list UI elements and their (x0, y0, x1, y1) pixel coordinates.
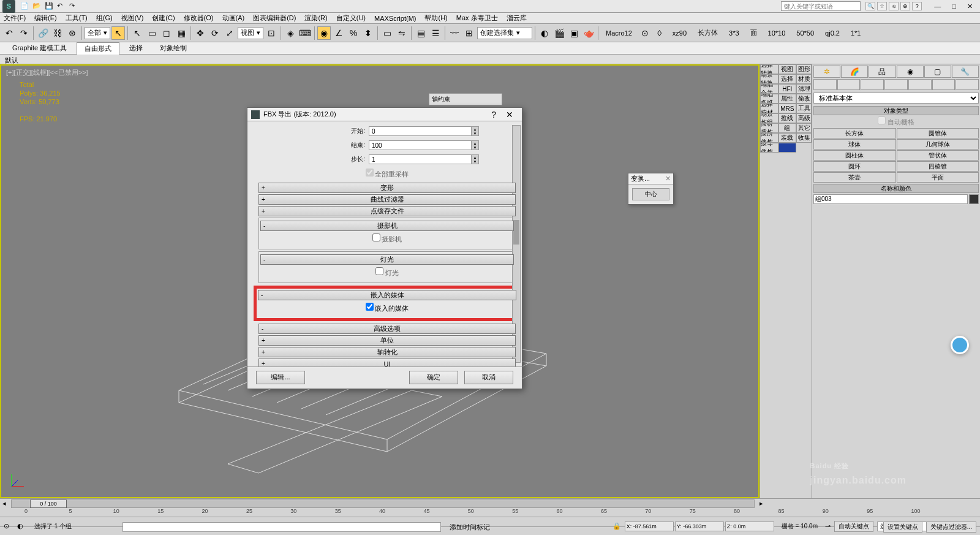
time-handle[interactable]: 0 / 100 (30, 499, 67, 508)
select-name-icon[interactable]: ▭ (145, 26, 159, 40)
fav-icon[interactable]: ☆ (877, 2, 887, 10)
search-icon[interactable]: 🔍 (865, 2, 875, 10)
manipulate-icon[interactable]: ◈ (284, 26, 297, 40)
render-frame-icon[interactable]: ▣ (567, 26, 581, 40)
tool-icon-1[interactable]: ⊙ (638, 26, 652, 40)
new-icon[interactable]: 📄 (20, 2, 29, 10)
link-icon[interactable]: ⎋ (889, 2, 899, 10)
named-selection-combo[interactable]: 创建选择集 ▾ (477, 27, 532, 39)
coord-y[interactable]: Y: -66.303m (675, 522, 724, 531)
roll-point-cache[interactable]: +点缓存文件 (258, 206, 516, 216)
sc-btn[interactable]: 属性 (778, 94, 797, 104)
snap-icon[interactable]: ◉ (317, 26, 331, 40)
close-icon[interactable]: ✕ (501, 110, 518, 120)
sub-geometry-icon[interactable] (813, 79, 837, 90)
sub-space-icon[interactable] (932, 79, 956, 90)
menu-tools[interactable]: 工具(T) (66, 13, 88, 23)
percent-snap-icon[interactable]: % (347, 26, 360, 40)
mirror-icon[interactable]: ⇋ (395, 26, 409, 40)
prim-plane[interactable]: 平面 (897, 172, 979, 183)
ref-coord-combo[interactable]: 视图 ▾ (238, 27, 263, 39)
unlink-icon[interactable]: ⛓ (51, 26, 64, 40)
sc-btn[interactable]: 选择 (778, 74, 797, 84)
help-search-input[interactable] (781, 1, 861, 11)
coord-x[interactable]: X: -87.561m (625, 522, 674, 531)
menu-graph[interactable]: 图表编辑器(D) (253, 13, 296, 23)
roll-ui[interactable]: +UI (258, 359, 516, 366)
minimize-button[interactable]: — (934, 2, 941, 10)
save-icon[interactable]: 💾 (45, 2, 53, 10)
sc-btn[interactable] (778, 143, 797, 153)
redo-icon[interactable]: ↷ (69, 2, 78, 10)
angle-snap-icon[interactable]: ∠ (332, 26, 345, 40)
redo-icon[interactable]: ↷ (17, 26, 31, 40)
schematic-icon[interactable]: ⊞ (462, 26, 476, 40)
tab-selection[interactable]: 选择 (122, 42, 150, 54)
move-icon[interactable]: ✥ (194, 26, 207, 40)
cameras-check[interactable] (372, 233, 380, 241)
prim-geosphere[interactable]: 几何球体 (897, 139, 979, 150)
selection-filter-combo[interactable]: 全部 ▾ (85, 27, 110, 39)
box-button[interactable]: 长方体 (693, 27, 723, 39)
open-icon[interactable]: 📂 (32, 2, 41, 10)
rotate-icon[interactable]: ⟳ (208, 26, 222, 40)
sc2-btn[interactable]: 图形 (796, 64, 812, 74)
menu-view[interactable]: 视图(V) (121, 13, 144, 23)
sc2-btn[interactable]: 其它 (796, 123, 812, 133)
axis-constraint-toolbar[interactable]: 轴约束 (429, 93, 502, 105)
sc-btn[interactable]: 场景转换 (760, 74, 778, 84)
world-icon[interactable]: ⊕ (900, 2, 910, 10)
menu-cloud[interactable]: 溜云库 (507, 13, 527, 23)
help-icon[interactable]: ? (486, 110, 501, 120)
menu-file[interactable]: 文件(F) (4, 13, 26, 23)
menu-animation[interactable]: 动画(A) (222, 13, 245, 23)
sc-btn[interactable]: 装载 (778, 133, 797, 143)
ok-button[interactable]: 确定 (409, 371, 458, 384)
setkey-button[interactable]: 设置关键点 (883, 522, 922, 533)
floating-action-button[interactable] (951, 336, 969, 354)
sc2-btn[interactable]: 材质 (796, 74, 812, 84)
prim-tube[interactable]: 管状体 (897, 150, 979, 161)
sc-btn[interactable]: 塌陷多维 (760, 94, 778, 104)
spin-down-icon[interactable]: ▼ (471, 159, 478, 164)
sc-btn[interactable]: MRS (778, 104, 797, 113)
cmd-tab-modify[interactable]: 🌈 (841, 66, 868, 78)
help-icon[interactable]: ? (912, 2, 922, 10)
menu-create[interactable]: 创建(C) (152, 13, 175, 23)
cmd-tab-create[interactable]: ✲ (813, 66, 840, 78)
cmd-tab-hierarchy[interactable]: 品 (869, 66, 895, 78)
material-icon[interactable]: ◐ (538, 26, 551, 40)
bind-icon[interactable]: ⊛ (66, 26, 79, 40)
embed-media-check[interactable] (366, 303, 374, 311)
app-logo[interactable]: S (2, 0, 15, 13)
pivot-icon[interactable]: ⊡ (265, 26, 278, 40)
roll-axis[interactable]: +轴转化 (258, 347, 516, 357)
rollout-name-color[interactable]: 名称和颜色 (813, 184, 979, 193)
prim-torus[interactable]: 圆环 (813, 161, 896, 172)
menu-help[interactable]: 帮助(H) (424, 13, 447, 23)
face-button[interactable]: 面 (745, 27, 762, 39)
close-icon[interactable]: ✕ (665, 175, 671, 183)
cmd-tab-utilities[interactable]: 🔧 (952, 66, 979, 78)
sc-btn[interactable]: 组 (778, 123, 797, 133)
sc2-btn[interactable]: 偷改 (796, 94, 812, 104)
sc-btn[interactable]: 选择转换 (760, 64, 778, 74)
sub-helpers-icon[interactable] (908, 79, 932, 90)
sc2-btn[interactable]: 高级 (796, 113, 812, 123)
layers-icon[interactable]: ☰ (429, 26, 442, 40)
roll-advanced[interactable]: -高级选项 (258, 324, 516, 334)
prim-cone[interactable]: 圆锥体 (897, 128, 979, 138)
end-input[interactable] (369, 141, 471, 150)
menu-modifier[interactable]: 修改器(O) (184, 13, 214, 23)
sc-btn[interactable]: 选择按材 (760, 104, 778, 113)
roll-curve-filters[interactable]: +曲线过滤器 (258, 194, 516, 205)
spin-up-icon[interactable]: ▲ (471, 155, 478, 159)
curve-editor-icon[interactable]: 〰 (448, 26, 461, 40)
roll-units[interactable]: +单位 (258, 335, 516, 346)
spin-up-icon[interactable]: ▲ (471, 141, 478, 145)
prim-box[interactable]: 长方体 (813, 128, 896, 138)
coord-z[interactable]: Z: 0.0m (725, 522, 774, 531)
menu-customize[interactable]: 自定义(U) (336, 13, 366, 23)
viewport-label[interactable]: [+][正交][线框][<<已禁用>>] (6, 68, 88, 77)
sc-btn[interactable]: 按材质炸 (760, 123, 778, 133)
